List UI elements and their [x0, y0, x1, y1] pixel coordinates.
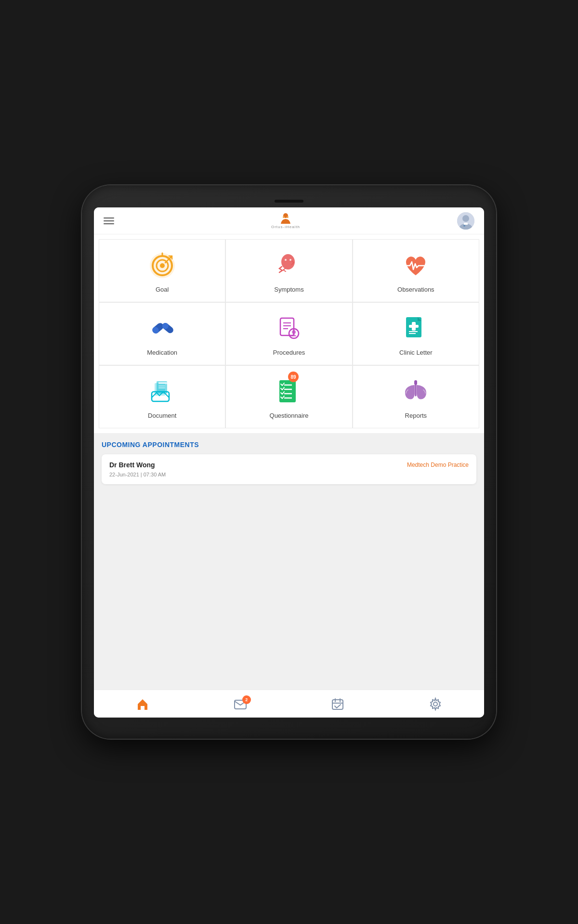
svg-point-15	[289, 259, 291, 261]
grid-item-observations[interactable]: Observations	[353, 239, 479, 302]
svg-rect-28	[409, 325, 419, 328]
tablet-shell: Ortus-iHealth	[82, 185, 496, 739]
grid-item-symptoms[interactable]: Symptoms	[225, 239, 352, 302]
svg-point-14	[285, 259, 287, 261]
messages-badge: 2	[242, 695, 251, 704]
tablet-speaker	[275, 200, 303, 203]
svg-point-4	[462, 215, 469, 222]
procedures-icon	[274, 313, 304, 344]
nav-item-messages[interactable]: 2	[226, 695, 255, 713]
symptoms-label: Symptoms	[274, 286, 303, 293]
grid-item-goal[interactable]: Goal	[99, 239, 225, 302]
grid-item-clinic-letter[interactable]: Clinic Letter	[353, 302, 479, 365]
procedures-label: Procedures	[273, 349, 305, 356]
user-avatar[interactable]	[457, 212, 474, 230]
reports-icon	[400, 376, 431, 407]
main-content: Goal	[94, 234, 484, 690]
appointment-practice: Medtech Demo Practice	[407, 462, 469, 468]
menu-grid-section: Goal	[94, 234, 484, 433]
appointment-doctor: Dr Brett Wong	[109, 461, 155, 469]
home-icon	[136, 697, 149, 711]
logo-text: Ortus-iHealth	[271, 225, 300, 229]
appointments-section: UPCOMING APPOINTMENTS Dr Brett Wong Medt…	[94, 433, 484, 492]
svg-point-10	[160, 263, 165, 268]
document-label: Document	[148, 412, 176, 419]
medication-icon	[147, 313, 178, 344]
svg-point-1	[283, 216, 285, 218]
appointment-card[interactable]: Dr Brett Wong Medtech Demo Practice 22-J…	[102, 454, 476, 484]
svg-rect-42	[414, 380, 417, 385]
clinic-letter-icon	[400, 313, 431, 344]
grid-item-document[interactable]: Document	[99, 365, 225, 428]
svg-rect-44	[332, 700, 343, 709]
grid-item-medication[interactable]: Medication	[99, 302, 225, 365]
questionnaire-label: Questionnaire	[270, 412, 309, 419]
logo: Ortus-iHealth	[271, 212, 300, 229]
svg-rect-37	[279, 380, 296, 402]
svg-rect-34	[158, 382, 167, 384]
svg-rect-36	[158, 387, 165, 388]
svg-point-25	[292, 330, 296, 334]
svg-rect-35	[158, 385, 165, 386]
svg-point-6	[463, 225, 465, 227]
document-icon	[147, 376, 178, 407]
bottom-nav: 2	[94, 690, 484, 718]
medication-label: Medication	[147, 349, 177, 356]
clinic-letter-label: Clinic Letter	[399, 349, 433, 356]
appointments-icon	[331, 697, 344, 711]
grid-item-questionnaire[interactable]: 89	[225, 365, 352, 428]
svg-rect-20	[280, 318, 294, 335]
appointment-row: Dr Brett Wong Medtech Demo Practice	[109, 461, 469, 469]
questionnaire-badge: 89	[288, 372, 299, 382]
goal-icon	[147, 250, 178, 281]
observations-icon	[400, 250, 431, 281]
reports-label: Reports	[405, 412, 427, 419]
questionnaire-icon	[274, 376, 304, 407]
settings-icon	[429, 697, 442, 711]
hamburger-menu-button[interactable]	[104, 218, 114, 224]
grid-item-procedures[interactable]: Procedures	[225, 302, 352, 365]
goal-label: Goal	[156, 286, 169, 293]
observations-label: Observations	[397, 286, 434, 293]
appointment-datetime: 22-Jun-2021 | 07:30 AM	[109, 472, 469, 477]
svg-point-2	[287, 216, 289, 218]
header: Ortus-iHealth	[94, 207, 484, 234]
menu-grid: Goal	[99, 239, 479, 428]
svg-point-48	[434, 702, 437, 706]
svg-rect-5	[464, 223, 468, 225]
symptoms-icon	[274, 250, 304, 281]
nav-item-home[interactable]	[128, 695, 157, 713]
nav-item-appointments[interactable]	[323, 695, 352, 713]
logo-icon	[277, 212, 294, 225]
nav-item-settings[interactable]	[421, 695, 450, 713]
appointments-title: UPCOMING APPOINTMENTS	[102, 441, 476, 449]
grid-item-reports[interactable]: Reports	[353, 365, 479, 428]
tablet-screen: Ortus-iHealth	[94, 207, 484, 718]
